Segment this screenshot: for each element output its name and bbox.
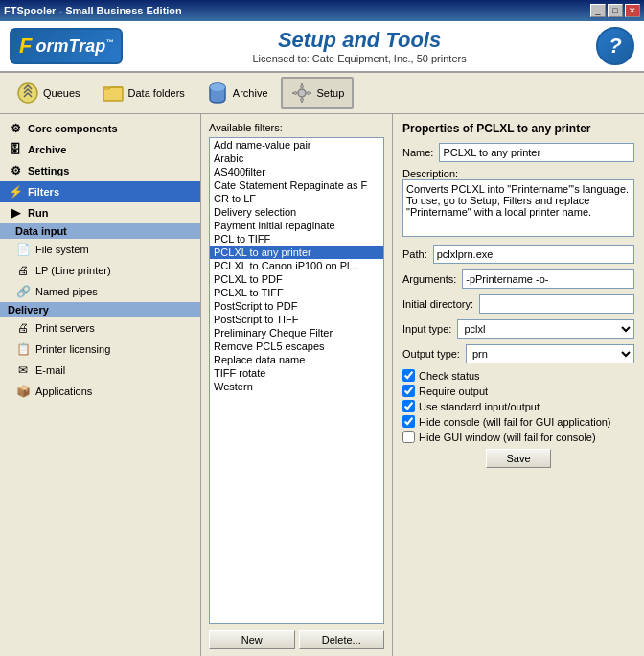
list-item[interactable]: PCLXL to Canon iP100 on Pl... <box>210 259 383 272</box>
header: F ormTrap™ Setup and Tools Licensed to: … <box>0 21 644 73</box>
check-status-label[interactable]: Check status <box>419 370 480 382</box>
arguments-input[interactable] <box>462 269 634 289</box>
sidebar-item-run[interactable]: ▶ Run <box>0 202 200 223</box>
run-icon: ▶ <box>8 205 23 221</box>
named-pipes-label: Named pipes <box>35 286 98 297</box>
email-label: E-mail <box>35 364 65 376</box>
sidebar-item-archive[interactable]: 🗄 Archive <box>0 139 200 160</box>
sidebar-item-print-servers[interactable]: 🖨 Print servers <box>0 317 200 339</box>
printer-licensing-icon: 📋 <box>15 341 31 357</box>
initial-dir-row: Initial directory: <box>402 294 634 314</box>
list-item[interactable]: PCLXL to TIFF <box>210 286 383 299</box>
data-folders-icon <box>102 82 125 105</box>
save-row: Save <box>402 449 634 468</box>
list-item[interactable]: PostScript to PDF <box>210 299 383 313</box>
list-item[interactable]: Preliminary Cheque Filter <box>210 326 383 340</box>
hide-gui-row: Hide GUI window (will fail for console) <box>402 431 634 443</box>
list-item[interactable]: Cate Statement Repaginate as F <box>210 178 383 192</box>
close-button[interactable]: ✕ <box>625 4 640 17</box>
filter-buttons: New Delete... <box>209 630 384 649</box>
sidebar-item-filters[interactable]: ⚡ Filters <box>0 181 200 202</box>
archive-sidebar-label: Archive <box>28 144 66 155</box>
list-item[interactable]: Arabic <box>210 152 383 165</box>
list-item[interactable]: TIFF rotate <box>210 366 383 380</box>
hide-console-checkbox[interactable] <box>402 415 415 428</box>
help-button[interactable]: ? <box>596 27 634 65</box>
input-type-select[interactable]: pclxlpclpdfpstiff <box>457 319 634 339</box>
list-item[interactable]: PCLXL to any printer <box>210 246 383 259</box>
path-label: Path: <box>402 248 427 260</box>
sidebar-item-lp[interactable]: 🖨 LP (Line printer) <box>0 260 200 281</box>
printer-licensing-label: Printer licensing <box>35 343 110 355</box>
window-controls: _ □ ✕ <box>590 4 640 17</box>
require-output-label[interactable]: Require output <box>419 386 488 397</box>
core-components-icon: ⚙ <box>8 121 23 136</box>
sidebar-item-named-pipes[interactable]: 🔗 Named pipes <box>0 281 200 302</box>
list-item[interactable]: CR to LF <box>210 192 383 205</box>
name-label: Name: <box>402 147 433 158</box>
svg-point-4 <box>298 89 306 97</box>
maximize-button[interactable]: □ <box>608 4 623 17</box>
minimize-button[interactable]: _ <box>590 4 606 17</box>
list-item[interactable]: PCLXL to PDF <box>210 272 383 286</box>
list-item[interactable]: Delivery selection <box>210 205 383 219</box>
properties-panel: Properties of PCLXL to any printer Name:… <box>393 114 644 656</box>
settings-label: Settings <box>28 165 69 176</box>
require-output-checkbox[interactable] <box>402 385 415 397</box>
delete-filter-button[interactable]: Delete... <box>299 630 385 649</box>
list-item[interactable]: PostScript to TIFF <box>210 313 383 326</box>
list-item[interactable]: Replace data name <box>210 353 383 366</box>
description-textarea[interactable] <box>402 179 634 237</box>
applications-label: Applications <box>35 386 92 397</box>
check-status-checkbox[interactable] <box>402 369 415 382</box>
use-standard-io-label[interactable]: Use standard input/output <box>419 401 540 412</box>
main-content: ⚙ Core components 🗄 Archive ⚙ Settings ⚡… <box>0 114 644 656</box>
output-type-label: Output type: <box>402 348 460 360</box>
check-status-row: Check status <box>402 369 634 382</box>
path-row: Path: <box>402 245 634 264</box>
initial-dir-input[interactable] <box>479 294 634 314</box>
sidebar-item-settings[interactable]: ⚙ Settings <box>0 160 200 181</box>
description-block: Description: <box>402 168 634 239</box>
logo-area: F ormTrap™ <box>10 28 123 64</box>
named-pipes-icon: 🔗 <box>15 284 31 299</box>
list-item[interactable]: Add name-value pair <box>210 138 383 152</box>
data-folders-button[interactable]: Data folders <box>93 78 194 108</box>
hide-gui-checkbox[interactable] <box>402 431 415 443</box>
subtitle: Licensed to: Cate Equipment, Inc., 50 pr… <box>142 53 577 64</box>
name-input[interactable] <box>439 143 634 162</box>
require-output-row: Require output <box>402 385 634 397</box>
output-type-row: Output type: prnpdftiffpcl <box>402 344 634 363</box>
filter-listbox[interactable]: Add name-value pairArabicAS400filterCate… <box>209 137 384 624</box>
save-button[interactable]: Save <box>486 449 550 468</box>
output-type-select[interactable]: prnpdftiffpcl <box>466 344 634 363</box>
lp-label: LP (Line printer) <box>35 265 111 276</box>
list-item[interactable]: AS400filter <box>210 165 383 178</box>
main-title: Setup and Tools <box>142 28 577 53</box>
print-servers-label: Print servers <box>35 322 95 334</box>
new-filter-button[interactable]: New <box>209 630 295 649</box>
arguments-label: Arguments: <box>402 273 456 285</box>
toolbar: Queues Data folders Archive Setup <box>0 73 644 114</box>
path-input[interactable] <box>433 245 634 264</box>
sidebar-item-applications[interactable]: 📦 Applications <box>0 381 200 402</box>
filters-label: Filters <box>28 186 59 198</box>
archive-icon <box>206 82 229 105</box>
list-item[interactable]: Payment initial repaginate <box>210 219 383 232</box>
sidebar-item-email[interactable]: ✉ E-mail <box>0 360 200 381</box>
header-title-area: Setup and Tools Licensed to: Cate Equipm… <box>142 28 577 64</box>
core-components-label: Core components <box>28 123 118 134</box>
queues-button[interactable]: Queues <box>8 78 89 108</box>
sidebar-item-core-components[interactable]: ⚙ Core components <box>0 118 200 139</box>
sidebar-item-file-system[interactable]: 📄 File system <box>0 239 200 260</box>
hide-console-label[interactable]: Hide console (will fail for GUI applicat… <box>419 416 611 428</box>
archive-button[interactable]: Archive <box>197 78 277 108</box>
list-item[interactable]: Remove PCL5 escapes <box>210 340 383 353</box>
hide-gui-label[interactable]: Hide GUI window (will fail for console) <box>419 432 596 443</box>
file-system-label: File system <box>35 244 89 255</box>
sidebar-item-printer-licensing[interactable]: 📋 Printer licensing <box>0 339 200 360</box>
use-standard-io-checkbox[interactable] <box>402 400 415 412</box>
list-item[interactable]: PCL to TIFF <box>210 232 383 246</box>
setup-button[interactable]: Setup <box>281 77 355 109</box>
list-item[interactable]: Western <box>210 380 383 393</box>
